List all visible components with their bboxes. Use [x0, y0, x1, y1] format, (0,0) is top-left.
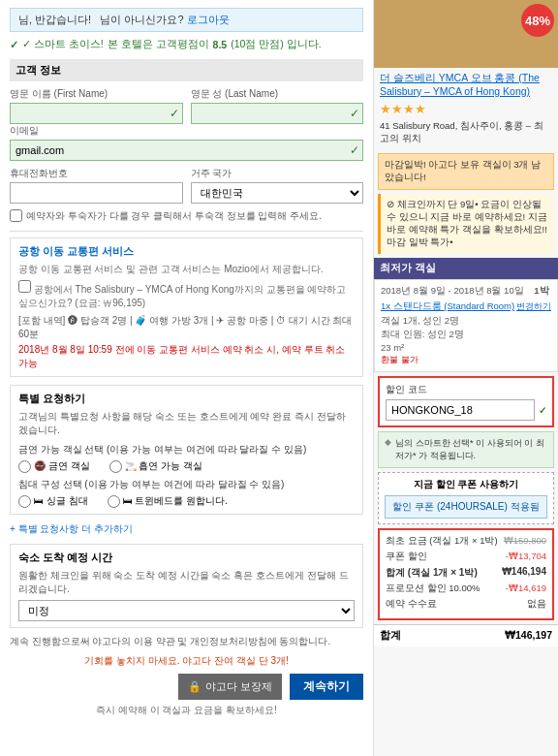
last-name-input[interactable]: [191, 103, 364, 124]
booking-dates: 2018년 8월 9일 - 2018년 8월 10일 1박: [381, 285, 551, 298]
add-more-link[interactable]: + 특별 요청사항 더 추가하기: [10, 522, 363, 536]
phone-country-row: 휴대전화번호 거주 국가 대한민국: [10, 167, 363, 204]
room-name-link[interactable]: 1x 스탠다드룸 (Standard Room): [381, 300, 514, 311]
price-summary: 최초 요금 (객실 1개 × 1박) ₩159,800 쿠폰 할인 -₩13,7…: [378, 528, 554, 620]
refund-link[interactable]: 환불 불가: [381, 354, 551, 366]
agent-checkbox[interactable]: [10, 209, 22, 222]
apply-coupon-button[interactable]: 할인 쿠폰 (24HOURSALE) 적용됨: [385, 495, 547, 519]
urgency-warning-icon: ⊘: [387, 199, 394, 209]
transport-detail-text: 공항에서 The Salisbury – YMCA of Hong Kong까지…: [18, 284, 346, 308]
phone-input[interactable]: [10, 182, 183, 204]
price-fee-val: 없음: [527, 598, 546, 611]
transport-cancel-time: 2018년 8월 8일 10:59 전에 이동 교통편 서비스 예약 취소 시,…: [18, 343, 355, 370]
customer-info-header: 고객 정보: [10, 59, 363, 81]
bed-config-options: 🛏 싱글 침대 🛏 트윈베드를 원합니다.: [18, 494, 355, 508]
coupon-section: 할인 코드 ✓: [378, 376, 554, 427]
hotel-name: 더 슬즈베리 YMCA 오브 홍콩 (The Salisbury – YMCA …: [374, 68, 558, 100]
config-label: 침대 구성 선택 (이용 가능 여부는 여건에 따라 달라질 수 있음): [18, 478, 355, 491]
smart-choice-label: ✓ 스마트 초이스!: [22, 38, 104, 51]
price-room-label: 최초 요금 (객실 1개 × 1박): [386, 535, 498, 548]
arrival-title: 숙소 도착 예정 시간: [18, 551, 355, 565]
email-label: 이메일: [10, 124, 363, 138]
urgency-banner: 마감일박! 아고다 보유 객실이 3개 남았습니다!: [378, 153, 554, 190]
discount-coupon-title: 지금 할인 쿠폰 사용하기: [385, 478, 547, 491]
save-button[interactable]: 🔒 야고다 보장제: [178, 674, 282, 700]
coupon-input[interactable]: [386, 399, 535, 421]
total-val: ₩146,197: [505, 629, 552, 643]
right-panel: 48% 더 슬즈베리 YMCA 오브 홍콩 (The Salisbury – Y…: [373, 0, 558, 756]
no-smoking-label: 🚭 금연 객실: [34, 459, 90, 473]
gold-room-label: 금연 가능 객실 선택 (이용 가능 여부는 여건에 따라 달라질 수 있음): [18, 443, 355, 457]
save-label: 야고다 보장제: [205, 679, 272, 694]
price-fee-row: 예약 수수료 없음: [386, 598, 546, 611]
max-guests-detail: 최대 인원: 성인 2명: [381, 329, 551, 341]
smoking-label: 🚬 흡연 가능 객실: [125, 459, 202, 473]
smart-choice-icon: ✓: [10, 39, 18, 50]
transport-icons: [포함 내역] 🅐 탑승객 2명 | 🧳 여행 가방 3개 | ✈ 공항 마중 …: [18, 314, 355, 341]
price-total-label: 합계 (객실 1개 × 1박): [386, 566, 478, 580]
special-request-box: 특별 요청하기 고객님의 특별요청 사항을 해당 숙소 또는 호스트에게 예약 …: [10, 385, 363, 515]
phone-label: 휴대전화번호: [10, 167, 183, 180]
smart-notice-text: 님의 스마트한 선택* 이 사용되어 이 최저가* 가 적용됩니다.: [395, 437, 547, 462]
area-detail: 23 m²: [381, 342, 551, 353]
twin-bed-radio[interactable]: [108, 495, 120, 508]
email-valid-icon: ✓: [350, 143, 359, 157]
transport-detail: 공항에서 The Salisbury – YMCA of Hong Kong까지…: [18, 280, 355, 310]
coupon-input-row: ✓: [386, 399, 546, 421]
twin-bed-option: 🛏 트윈베드를 원합니다.: [108, 494, 228, 508]
price-promo-row: 프로모션 할인 10.00% -₩14,619: [386, 583, 546, 595]
alert-bar: 기회를 놓치지 마세요. 야고다 잔여 객실 단 3개!: [10, 654, 363, 668]
name-row: 영문 이름 (First Name) ✓ 영문 성 (Last Name) ✓: [10, 87, 363, 124]
price-room-orig: ₩159,800: [504, 535, 546, 548]
smart-notice: ◆ 님의 스마트한 선택* 이 사용되어 이 최저가* 가 적용됩니다.: [378, 431, 554, 468]
logout-link[interactable]: 로그아웃: [187, 14, 230, 25]
price-fee-label: 예약 수수료: [386, 598, 437, 611]
no-smoking-radio[interactable]: [18, 460, 31, 473]
first-name-col: 영문 이름 (First Name) ✓: [10, 87, 183, 124]
price-promo-val: -₩14,619: [506, 583, 546, 595]
dates-text: 2018년 8월 9일 - 2018년 8월 10일: [381, 285, 524, 296]
country-select[interactable]: 대한민국: [191, 182, 364, 204]
first-name-valid-icon: ✓: [170, 107, 179, 120]
price-coupon-row: 쿠폰 할인 -₩13,704: [386, 551, 546, 563]
single-bed-option: 🛏 싱글 침대: [18, 494, 88, 508]
special-request-title: 특별 요청하기: [18, 392, 355, 406]
hotel-image-area: 48%: [374, 0, 558, 68]
transport-box: 공항 이동 교통편 서비스 공항 이동 교통편 서비스 및 관련 고객 서비스는…: [10, 237, 363, 377]
smart-choice-suffix: (10점 만점) 입니다.: [231, 38, 321, 51]
total-label: 합계: [380, 629, 401, 643]
discount-badge: 48%: [521, 4, 554, 37]
save-icon: 🔒: [188, 680, 202, 693]
agent-checkbox-label: 예약자와 투숙자가 다를 경우 클릭해서 투숙객 정보를 입력해 주세요.: [26, 209, 322, 223]
arrival-desc: 원활한 체크인을 위해 숙소 도착 예정 시간을 숙소 혹은 호스트에게 전달해…: [18, 569, 355, 596]
not-you-text: 님이 아니신가요?: [100, 14, 183, 25]
smart-notice-icon: ◆: [385, 437, 391, 447]
arrival-select[interactable]: 미정 14:00 이전 14:00-15:00 15:00-16:00: [18, 600, 355, 621]
best-price-header: 최저가 객실: [374, 258, 558, 279]
arrival-box: 숙소 도착 예정 시간 원활한 체크인을 위해 숙소 도착 예정 시간을 숙소 …: [10, 544, 363, 628]
special-request-desc: 고객님의 특별요청 사항을 해당 숙소 또는 호스트에게 예약 완료 즉시 전달…: [18, 410, 355, 437]
greeting-name: 님, 반갑습니다!: [18, 14, 91, 25]
single-bed-radio[interactable]: [18, 495, 31, 508]
hotel-address: 41 Salisbury Road, 침사주이, 홍콩 – 최고의 위치: [374, 118, 558, 149]
smoking-radio[interactable]: [109, 460, 122, 473]
agent-checkbox-row: 예약자와 투숙자가 다를 경우 클릭해서 투숙객 정보를 입력해 주세요.: [10, 209, 363, 223]
smoking-option: 🚬 흡연 가능 객실: [109, 459, 202, 473]
nights-text: 1박: [534, 285, 548, 296]
smart-choice-text: 본 호텔은 고객평점이: [108, 38, 209, 51]
price-coupon-label: 쿠폰 할인: [386, 551, 427, 563]
transport-desc: 공항 이동 교통편 서비스 및 관련 고객 서비스는 Mozio에서 제공합니다…: [18, 263, 355, 276]
hotel-name-link[interactable]: 더 슬즈베리 YMCA 오브 홍콩 (The Salisbury – YMCA …: [380, 72, 540, 97]
reserve-button[interactable]: 계속하기: [290, 674, 363, 700]
transport-checkbox[interactable]: [18, 280, 31, 293]
country-col: 거주 국가 대한민국: [191, 167, 364, 204]
country-label: 거주 국가: [191, 167, 364, 180]
email-input[interactable]: [10, 140, 363, 161]
twin-bed-label: 🛏 트윈베드를 원합니다.: [123, 494, 228, 508]
greeting-bar: 님, 반갑습니다! 님이 아니신가요? 로그아웃: [10, 8, 363, 32]
change-room-link[interactable]: 변경하기: [516, 300, 551, 313]
best-price-body: 2018년 8월 9일 - 2018년 8월 10일 1박 1x 스탠다드룸 (…: [374, 279, 558, 372]
gold-room-options: 🚭 금연 객실 🚬 흡연 가능 객실: [18, 459, 355, 473]
confirm-text: 즉시 예약해 이 객실과 요금을 확보하세요!: [10, 704, 363, 717]
first-name-input[interactable]: [10, 103, 183, 124]
